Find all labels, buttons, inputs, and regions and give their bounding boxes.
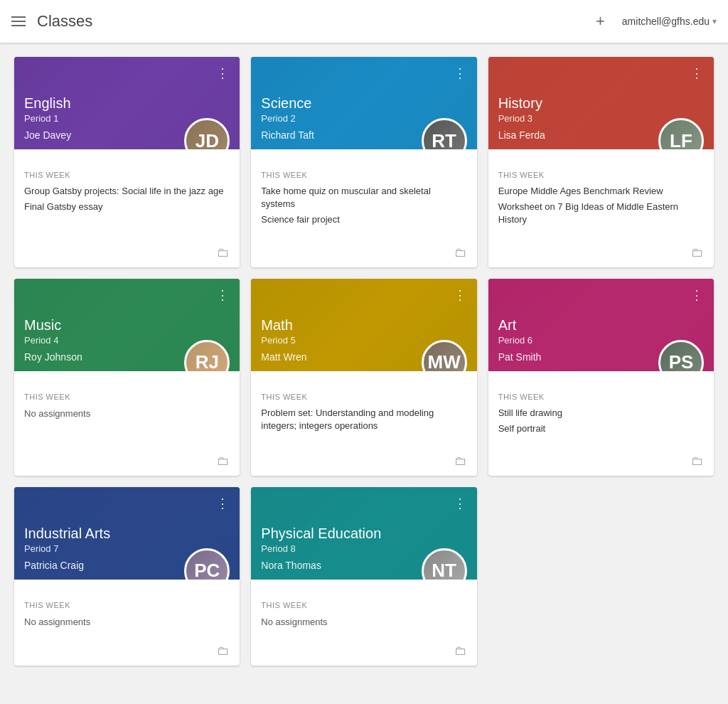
card-footer: 🗀 — [251, 240, 476, 267]
header-right: + amitchell@gfhs.edu ▾ — [590, 9, 717, 33]
folder-icon[interactable]: 🗀 — [454, 644, 467, 658]
avatar-initials: LF — [660, 120, 702, 149]
card-body: THIS WEEK Europe Middle Ages Benchmark R… — [488, 149, 714, 240]
card-body: THIS WEEK No assignments — [14, 371, 240, 448]
avatar-initials: MW — [424, 342, 465, 371]
classes-grid: English Period 1 Joe Davey ⋮ JD THIS WEE… — [0, 43, 728, 680]
user-account[interactable]: amitchell@gfhs.edu ▾ — [622, 16, 717, 27]
this-week-label: THIS WEEK — [24, 393, 230, 401]
avatar-initials: NT — [424, 550, 465, 580]
user-email: amitchell@gfhs.edu — [622, 16, 710, 27]
card-header: Physical Education Period 8 Nora Thomas … — [251, 487, 476, 580]
card-body: THIS WEEK Problem set: Understanding and… — [251, 371, 476, 448]
assignment-item: Take home quiz on muscular and skeletal … — [261, 185, 466, 210]
class-card-english[interactable]: English Period 1 Joe Davey ⋮ JD THIS WEE… — [14, 57, 240, 267]
card-more-button[interactable]: ⋮ — [213, 64, 232, 82]
folder-icon[interactable]: 🗀 — [691, 454, 704, 469]
avatar-initials: RT — [424, 120, 465, 149]
card-more-button[interactable]: ⋮ — [451, 64, 470, 82]
card-body: THIS WEEK Group Gatsby projects: Social … — [14, 149, 240, 240]
app-header: Classes + amitchell@gfhs.edu ▾ — [0, 0, 728, 43]
card-body: THIS WEEK Take home quiz on muscular and… — [251, 149, 476, 240]
this-week-label: THIS WEEK — [24, 601, 230, 609]
card-more-button[interactable]: ⋮ — [687, 286, 707, 304]
folder-icon[interactable]: 🗀 — [217, 454, 230, 469]
avatar-initials: PC — [186, 550, 228, 580]
assignment-item: Europe Middle Ages Benchmark Review — [498, 185, 704, 198]
folder-icon[interactable]: 🗀 — [691, 245, 704, 260]
card-header: Art Period 6 Pat Smith ⋮ PS — [488, 279, 714, 371]
avatar-initials: PS — [660, 342, 702, 371]
card-footer: 🗀 — [488, 240, 714, 267]
assignment-item: Final Gatsby essay — [24, 201, 230, 213]
card-subject: Music — [24, 316, 230, 334]
no-assignments-text: No assignments — [261, 617, 327, 627]
card-footer: 🗀 — [14, 240, 240, 267]
assignments-list: No assignments — [24, 615, 230, 628]
card-body: THIS WEEK No assignments — [251, 580, 476, 638]
card-header: History Period 3 Lisa Ferda ⋮ LF — [488, 57, 714, 149]
page-title: Classes — [37, 12, 590, 31]
assignment-item: Science fair project — [261, 213, 466, 226]
assignment-item: Problem set: Understanding and modeling … — [261, 407, 466, 432]
this-week-label: THIS WEEK — [261, 171, 466, 179]
card-footer: 🗀 — [488, 448, 714, 476]
card-header: Industrial Arts Period 7 Patricia Craig … — [14, 487, 240, 580]
folder-icon[interactable]: 🗀 — [454, 454, 467, 469]
card-header: English Period 1 Joe Davey ⋮ JD — [14, 57, 240, 149]
card-more-button[interactable]: ⋮ — [213, 494, 232, 513]
card-subject: Art — [498, 316, 704, 334]
no-assignments-text: No assignments — [24, 617, 90, 627]
card-subject: Physical Education — [261, 525, 466, 542]
this-week-label: THIS WEEK — [24, 171, 230, 179]
assignments-list: Group Gatsby projects: Social life in th… — [24, 185, 230, 230]
card-more-button[interactable]: ⋮ — [213, 286, 232, 304]
add-class-button[interactable]: + — [590, 9, 611, 33]
this-week-label: THIS WEEK — [498, 393, 704, 401]
card-header: Music Period 4 Roy Johnson ⋮ RJ — [14, 279, 240, 371]
this-week-label: THIS WEEK — [498, 171, 704, 179]
class-card-physical-education[interactable]: Physical Education Period 8 Nora Thomas … — [251, 487, 476, 666]
card-subject: History — [498, 95, 704, 112]
assignment-item: Worksheet on 7 Big Ideas of Middle Easte… — [498, 201, 704, 226]
this-week-label: THIS WEEK — [261, 393, 466, 401]
card-subject: Science — [261, 95, 466, 112]
card-subject: Math — [261, 316, 466, 334]
class-card-music[interactable]: Music Period 4 Roy Johnson ⋮ RJ THIS WEE… — [14, 279, 240, 476]
card-more-button[interactable]: ⋮ — [451, 286, 470, 304]
card-footer: 🗀 — [14, 638, 240, 666]
card-footer: 🗀 — [14, 448, 240, 476]
class-card-math[interactable]: Math Period 5 Matt Wren ⋮ MW THIS WEEK P… — [251, 279, 476, 476]
avatar-initials: JD — [186, 120, 228, 149]
card-more-button[interactable]: ⋮ — [687, 64, 707, 82]
card-body: THIS WEEK Still life drawingSelf portrai… — [488, 371, 714, 448]
card-header: Math Period 5 Matt Wren ⋮ MW — [251, 279, 476, 371]
card-subject: Industrial Arts — [24, 525, 230, 542]
account-dropdown-icon: ▾ — [712, 16, 717, 26]
no-assignments-text: No assignments — [24, 408, 90, 419]
assignments-list: Europe Middle Ages Benchmark ReviewWorks… — [498, 185, 704, 230]
assignments-list: No assignments — [24, 407, 230, 438]
class-card-industrial-arts[interactable]: Industrial Arts Period 7 Patricia Craig … — [14, 487, 240, 666]
assignment-item: Still life drawing — [498, 407, 704, 420]
assignments-list: Take home quiz on muscular and skeletal … — [261, 185, 466, 230]
card-header: Science Period 2 Richard Taft ⋮ RT — [251, 57, 476, 149]
folder-icon[interactable]: 🗀 — [217, 644, 230, 658]
card-footer: 🗀 — [251, 448, 476, 476]
assignments-list: Problem set: Understanding and modeling … — [261, 407, 466, 438]
folder-icon[interactable]: 🗀 — [454, 245, 467, 260]
avatar-initials: RJ — [186, 342, 228, 371]
this-week-label: THIS WEEK — [261, 601, 466, 609]
class-card-history[interactable]: History Period 3 Lisa Ferda ⋮ LF THIS WE… — [488, 57, 714, 267]
assignment-item: Group Gatsby projects: Social life in th… — [24, 185, 230, 198]
assignments-list: No assignments — [261, 615, 466, 628]
menu-icon[interactable] — [11, 16, 26, 26]
class-card-art[interactable]: Art Period 6 Pat Smith ⋮ PS THIS WEEK St… — [488, 279, 714, 476]
folder-icon[interactable]: 🗀 — [217, 245, 230, 260]
card-body: THIS WEEK No assignments — [14, 580, 240, 638]
assignment-item: Self portrait — [498, 422, 704, 435]
class-card-science[interactable]: Science Period 2 Richard Taft ⋮ RT THIS … — [251, 57, 476, 267]
assignments-list: Still life drawingSelf portrait — [498, 407, 704, 438]
card-footer: 🗀 — [251, 638, 476, 666]
card-more-button[interactable]: ⋮ — [451, 494, 470, 513]
